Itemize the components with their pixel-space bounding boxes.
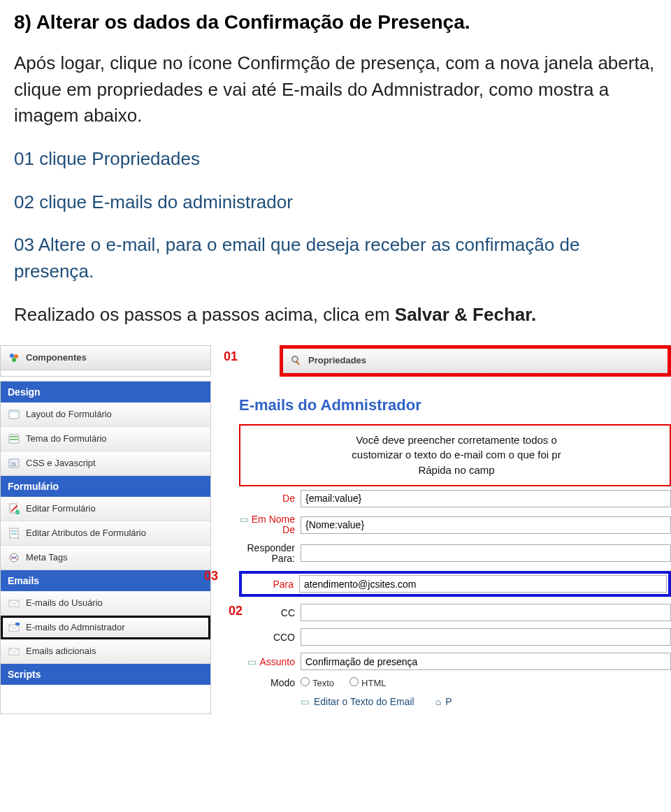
marker-03: 03 (204, 569, 218, 583)
svg-rect-8 (10, 436, 18, 437)
input-para[interactable] (299, 575, 667, 593)
link-editar-texto-email[interactable]: ▭ Editar o Texto do Email (301, 696, 414, 707)
svg-rect-20 (15, 623, 20, 625)
link-pi[interactable]: ⌂ P (435, 696, 452, 707)
svg-point-2 (12, 358, 16, 362)
sidebar-item-label: Emails adicionais (26, 646, 96, 656)
mail-additional-icon (8, 645, 20, 658)
svg-point-17 (10, 553, 18, 562)
svg-rect-15 (11, 530, 17, 532)
speech-bubble-icon: ▭ (301, 696, 310, 707)
layout-icon (8, 408, 20, 421)
step-02: 02 clique E-mails do administrador (14, 189, 657, 216)
componentes-label: Componentes (26, 352, 87, 363)
input-cc[interactable] (301, 604, 671, 621)
radio-texto[interactable]: Texto (301, 677, 334, 688)
label-cc: CC (239, 607, 295, 618)
mail-admin-icon (8, 621, 20, 634)
step-03: 03 Altere o e-mail, para o email que des… (14, 232, 657, 284)
svg-text:JS: JS (10, 462, 17, 467)
sidebar-item-label: Meta Tags (26, 552, 68, 563)
step-01: 01 clique Propriedades (14, 146, 657, 173)
sidebar-item-label: E-mails do Admnistrador (26, 622, 125, 632)
heading-step-8: 8) Alterar os dados da Confirmação de Pr… (14, 11, 657, 34)
css-js-icon: JS (8, 457, 20, 470)
edit-form-icon (8, 502, 20, 515)
input-cco[interactable] (301, 628, 671, 646)
sidebar-item-label: CSS e Javascript (26, 458, 96, 468)
svg-rect-9 (10, 439, 18, 440)
main-panel: E-mails do Admnistrador Você deve preenc… (239, 381, 671, 715)
input-de[interactable] (301, 490, 671, 507)
speech-bubble-icon: ▭ (247, 656, 257, 667)
page-title-emails-admin: E-mails do Admnistrador (239, 381, 671, 424)
propriedades-panel-header[interactable]: Propriedades (283, 349, 668, 373)
sidebar-item-label: Layout do Formulário (26, 409, 112, 419)
sidebar-item-label: E-mails do Usuário (26, 597, 103, 608)
sidebar-item-emails-adicionais[interactable]: Emails adicionais (1, 639, 210, 664)
speech-bubble-icon: ▭ (240, 514, 249, 525)
sidebar-item-label: Editar Formulário (26, 503, 96, 514)
gear-wrench-icon (290, 354, 303, 367)
components-icon (8, 351, 20, 364)
svg-rect-16 (11, 533, 17, 535)
sidebar: Design Layout do Formulário Tema do Form… (0, 381, 211, 715)
form-attributes-icon (8, 527, 20, 539)
label-de: De (239, 493, 295, 504)
label-assunto: ▭Assunto (239, 656, 295, 667)
sidebar-item-meta-tags[interactable]: Meta Tags (1, 546, 210, 570)
sidebar-item-editar-atributos[interactable]: Editar Atributos de Formulário (1, 521, 210, 546)
sidebar-item-emails-usuario[interactable]: E-mails do Usuário 02 (1, 591, 210, 616)
sidebar-item-layout[interactable]: Layout do Formulário (1, 403, 210, 427)
section-design: Design (1, 382, 210, 403)
svg-point-1 (14, 354, 18, 358)
section-formulario: Formulário (1, 476, 210, 497)
input-assunto[interactable] (301, 653, 671, 670)
radio-html[interactable]: HTML (349, 677, 386, 688)
home-icon: ⌂ (435, 696, 441, 707)
sidebar-item-label: Tema do Formulário (26, 433, 107, 444)
label-responder-para: Responder Para: (239, 543, 295, 565)
intro-paragraph: Após logar, clique no ícone Confirmção d… (14, 50, 657, 129)
componentes-panel-header[interactable]: Componentes (1, 346, 210, 370)
closing-paragraph: Realizado os passos a passos acima, clic… (14, 302, 657, 328)
admin-screenshot: 01 Componentes Propriedades Design (0, 345, 671, 715)
marker-01: 01 (224, 349, 238, 364)
section-emails: Emails (1, 570, 210, 591)
meta-tags-icon (8, 551, 20, 564)
theme-icon (8, 433, 20, 445)
mail-user-icon (8, 597, 20, 609)
propriedades-label: Propriedades (308, 355, 366, 365)
svg-point-0 (10, 354, 14, 358)
sidebar-item-css[interactable]: JS CSS e Javascript (1, 451, 210, 476)
label-cco: CCO (239, 632, 295, 643)
label-modo: Modo (239, 677, 295, 688)
sidebar-item-emails-admin[interactable]: E-mails do Admnistrador (1, 616, 210, 639)
svg-rect-6 (9, 410, 19, 412)
sidebar-item-label: Editar Atributos de Formulário (26, 528, 146, 538)
section-scripts: Scripts (1, 664, 210, 685)
label-em-nome-de: ▭Em Nome De (239, 514, 295, 536)
sidebar-item-tema[interactable]: Tema do Formulário (1, 427, 210, 451)
sidebar-item-editar-formulario[interactable]: Editar Formulário (1, 497, 210, 521)
input-em-nome-de[interactable] (301, 516, 671, 534)
info-warning-box: Você deve preencher corretamente todos o… (239, 424, 671, 486)
input-responder-para[interactable] (301, 544, 671, 562)
label-para: Para (243, 579, 294, 590)
